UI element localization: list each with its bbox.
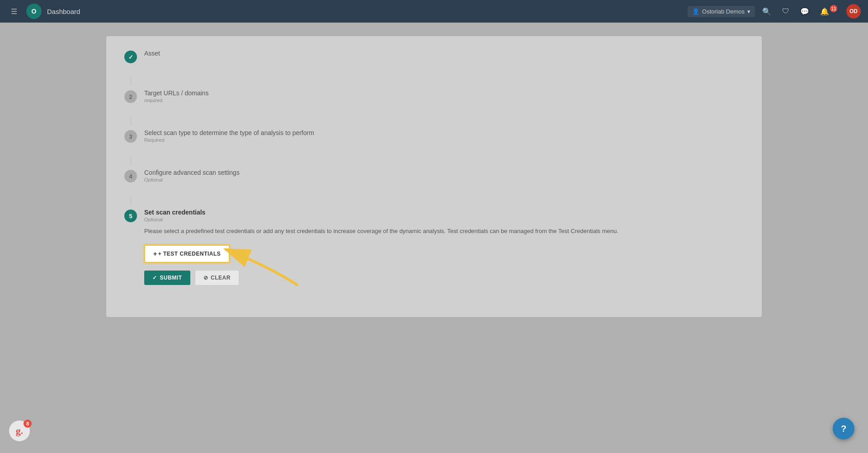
- main-content: ✓ Asset 2 Target URLs / domains required…: [0, 23, 868, 452]
- navbar: ☰ O Dashboard 👤 Ostorlab Demos ▾ 🔍 🛡 💬 🔔…: [0, 0, 868, 23]
- navbar-right: 👤 Ostorlab Demos ▾ 🔍 🛡 💬 🔔 11 OD: [688, 4, 861, 19]
- navbar-title: Dashboard: [47, 8, 80, 15]
- user-menu-button[interactable]: 👤 Ostorlab Demos ▾: [688, 6, 755, 17]
- submit-label: SUBMIT: [160, 275, 182, 281]
- step-1-content: Asset: [144, 50, 744, 57]
- search-icon: 🔍: [762, 7, 771, 16]
- step-3-content: Select scan type to determine the type o…: [144, 129, 744, 143]
- shield-button[interactable]: 🛡: [778, 5, 793, 18]
- avatar[interactable]: OD: [846, 4, 861, 19]
- step-2-title: Target URLs / domains: [144, 89, 744, 97]
- user-label: Ostorlab Demos: [702, 8, 745, 15]
- submit-button[interactable]: ✓ SUBMIT: [144, 271, 190, 285]
- action-buttons: ✓ SUBMIT ⊘ CLEAR: [144, 270, 744, 285]
- step-4-title: Configure advanced scan settings: [144, 169, 744, 176]
- credentials-button-area: + + TEST CREDENTIALS: [144, 245, 230, 263]
- clear-label: CLEAR: [211, 275, 231, 281]
- g-badge-count: 8: [24, 420, 32, 428]
- step-5-subtitle: Optional: [144, 217, 744, 222]
- arrow-annotation: [217, 240, 307, 294]
- help-button[interactable]: ?: [833, 418, 854, 439]
- step-5-number: 5: [124, 210, 137, 222]
- step-2-subtitle: required: [144, 98, 744, 103]
- g-badge-circle: g. 8: [9, 420, 30, 441]
- step-5-content: Set scan credentials Optional Please sel…: [144, 209, 744, 290]
- hamburger-menu-button[interactable]: ☰: [7, 5, 21, 19]
- step-3-subtitle: Required: [144, 137, 744, 143]
- test-credentials-label: + TEST CREDENTIALS: [158, 251, 221, 257]
- wizard-card: ✓ Asset 2 Target URLs / domains required…: [106, 36, 762, 317]
- step-5-expanded: Please select a predefined test credenti…: [144, 222, 744, 290]
- bell-icon: 🔔: [820, 7, 829, 16]
- step-2-content: Target URLs / domains required: [144, 89, 744, 103]
- user-icon: 👤: [692, 8, 699, 15]
- divider-4-5: [131, 196, 131, 205]
- step-4: 4 Configure advanced scan settings Optio…: [124, 169, 744, 182]
- credentials-description: Please select a predefined test credenti…: [144, 227, 744, 236]
- step-3: 3 Select scan type to determine the type…: [124, 129, 744, 143]
- step-4-number: 4: [124, 170, 137, 182]
- step-1: ✓ Asset: [124, 50, 744, 63]
- test-credentials-button[interactable]: + + TEST CREDENTIALS: [144, 245, 230, 263]
- notifications-button[interactable]: 🔔 11: [816, 5, 843, 19]
- search-button[interactable]: 🔍: [759, 5, 775, 19]
- clear-ban-icon: ⊘: [203, 275, 208, 281]
- step-4-content: Configure advanced scan settings Optiona…: [144, 169, 744, 182]
- chat-icon: 💬: [800, 7, 809, 16]
- divider-2-3: [131, 117, 131, 126]
- step-3-title: Select scan type to determine the type o…: [144, 129, 744, 136]
- dropdown-icon: ▾: [747, 8, 750, 15]
- step-5: 5 Set scan credentials Optional Please s…: [124, 209, 744, 290]
- g-badge[interactable]: g. 8: [9, 420, 33, 444]
- navbar-left: ☰ O Dashboard: [7, 4, 80, 19]
- app-logo: O: [26, 4, 42, 19]
- g-badge-label: g.: [16, 425, 24, 437]
- step-1-title: Asset: [144, 50, 744, 57]
- plus-icon: +: [153, 250, 157, 257]
- submit-check-icon: ✓: [152, 275, 157, 281]
- chat-button[interactable]: 💬: [797, 5, 813, 19]
- step-5-title: Set scan credentials: [144, 209, 744, 216]
- step-3-number: 3: [124, 130, 137, 143]
- divider-1-2: [131, 77, 131, 86]
- step-4-subtitle: Optional: [144, 177, 744, 182]
- wizard-wrapper: ✓ Asset 2 Target URLs / domains required…: [9, 36, 859, 317]
- divider-3-4: [131, 156, 131, 165]
- step-2-number: 2: [124, 90, 137, 103]
- step-2: 2 Target URLs / domains required: [124, 89, 744, 103]
- clear-button[interactable]: ⊘ CLEAR: [195, 270, 239, 285]
- shield-icon: 🛡: [782, 7, 789, 15]
- notification-count: 11: [830, 5, 837, 12]
- step-1-number: ✓: [124, 51, 137, 63]
